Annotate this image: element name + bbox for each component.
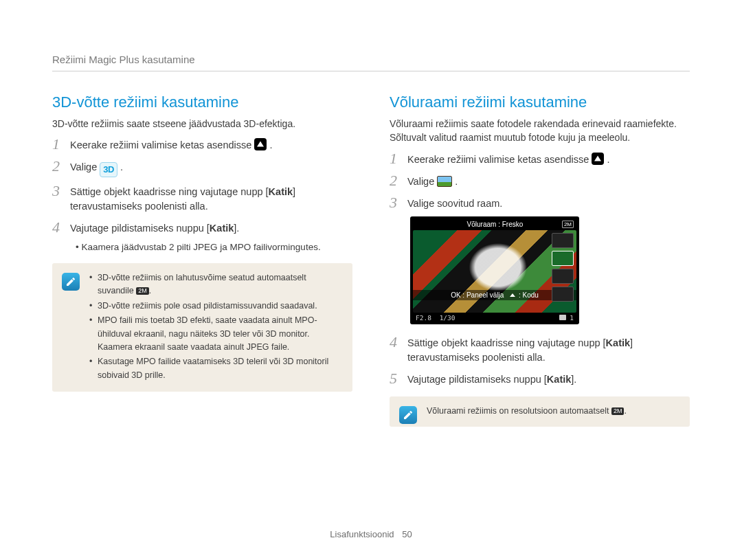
left-steps: 1 Keerake režiimi valimise ketas asendis…: [52, 136, 352, 236]
step-number: 1: [390, 150, 401, 167]
r-step4-a: Sättige objekt kaadrisse ning vajutage n…: [407, 337, 606, 348]
right-title: Võluraami režiimi kasutamine: [390, 93, 690, 111]
camera-thumb-active: [552, 251, 574, 266]
note-icon: [62, 273, 80, 291]
step-text: Valige 3D .: [70, 158, 123, 177]
left-intro: 3D-võtte režiimis saate stseene jäädvust…: [52, 117, 352, 131]
mode-dial-icon: [254, 138, 267, 150]
step-5: 5 Vajutage pildistamiseks nuppu [Katik].: [390, 370, 690, 387]
step4-bold: Katik: [210, 223, 234, 234]
note1-a: 3D-võtte režiimis on lahutusvõime seatud…: [98, 273, 306, 295]
right-intro: Võluraami režiimis saate fotodele rakend…: [390, 117, 690, 145]
note-item-1: 3D-võtte režiimis on lahutusvõime seatud…: [89, 271, 341, 298]
resolution-badge: 2M: [136, 287, 149, 295]
r-step2-b: .: [455, 176, 458, 187]
step-text: Sättige objekt kaadrisse ning vajutage n…: [70, 183, 352, 214]
page: Režiimi Magic Plus kasutamine 3D-võtte r…: [0, 0, 742, 427]
note1-b: .: [149, 286, 151, 295]
step4-text-b: ].: [234, 223, 239, 234]
r-step4-bold: Katik: [606, 337, 630, 348]
mode-dial-icon: [592, 153, 604, 165]
right-column: Võluraami režiimi kasutamine Võluraami r…: [390, 93, 690, 427]
rnote-b: .: [624, 406, 626, 416]
step-number: 2: [390, 172, 401, 189]
right-steps: 1 Keerake režiimi valimise ketas asendis…: [390, 150, 690, 212]
step-number: 1: [52, 136, 63, 153]
right-steps-2: 4 Sättige objekt kaadrisse ning vajutage…: [390, 334, 690, 387]
step2-text-a: Valige: [70, 161, 97, 172]
step-1: 1 Keerake režiimi valimise ketas asendis…: [52, 136, 352, 153]
step-number: 4: [390, 334, 401, 350]
camera-burst-icon: [559, 315, 566, 320]
footer-section: Lisafunktsioonid: [330, 529, 394, 539]
step-text: Vajutage pildistamiseks nuppu [Katik].: [70, 219, 239, 236]
camera-shutter: 1/30: [440, 314, 456, 322]
step-3: 3 Sättige objekt kaadrisse ning vajutage…: [52, 183, 352, 214]
camera-thumb: [552, 269, 574, 284]
camera-topbar: Võluraam : Fresko 2M: [413, 219, 576, 230]
r-step1-b: .: [607, 154, 609, 165]
left-sub-bullet: Kaamera jäädvustab 2 pilti JPEG ja MPO f…: [52, 240, 352, 254]
right-note-box: Võluraami režiimis on resolutsioon autom…: [390, 396, 690, 426]
pencil-icon: [65, 276, 76, 287]
r-step5-a: Vajutage pildistamiseks nuppu [: [407, 374, 547, 385]
r-step5-bold: Katik: [547, 374, 571, 385]
camera-status-home: : Kodu: [519, 291, 539, 299]
right-note-text: Võluraami režiimis on resolutsioon autom…: [427, 405, 679, 418]
step1-text-a: Keerake režiimi valimise ketas asendisse: [70, 139, 251, 150]
three-d-icon: 3D: [100, 162, 117, 177]
step4-text-a: Vajutage pildistamiseks nuppu [: [70, 223, 210, 234]
step-number: 3: [52, 183, 63, 199]
camera-status-ok: OK : Paneel välja: [451, 291, 504, 299]
camera-res-badge: 2M: [562, 221, 574, 228]
step-text: Keerake režiimi valimise ketas asendisse…: [407, 150, 609, 167]
resolution-badge: 2M: [611, 407, 625, 415]
step2-text-b: .: [120, 161, 123, 172]
step-text: Vajutage pildistamiseks nuppu [Katik].: [407, 370, 576, 387]
page-footer: Lisafunktsioonid 50: [0, 529, 742, 539]
step-number: 3: [390, 194, 401, 211]
step-4: 4 Sättige objekt kaadrisse ning vajutage…: [390, 334, 690, 365]
step3-bold: Katik: [269, 186, 293, 197]
left-note-box: 3D-võtte režiimis on lahutusvõime seatud…: [52, 263, 352, 392]
step3-text-a: Sättige objekt kaadrisse ning vajutage n…: [70, 186, 269, 197]
r-step5-b: ].: [571, 374, 576, 385]
step-text: Sättige objekt kaadrisse ning vajutage n…: [407, 334, 690, 365]
note-item-3: MPO faili mis toetab 3D efekti, saate va…: [89, 314, 341, 354]
left-column: 3D-võtte režiimi kasutamine 3D-võtte rež…: [52, 93, 352, 427]
step-text: Valige soovitud raam.: [407, 194, 502, 211]
breadcrumb: Režiimi Magic Plus kasutamine: [52, 54, 690, 71]
step-number: 4: [52, 219, 63, 236]
r-step2-a: Valige: [407, 176, 434, 187]
step-text: Keerake režiimi valimise ketas asendisse…: [70, 136, 272, 153]
step-2: 2 Valige 3D .: [52, 158, 352, 177]
home-icon: [510, 293, 515, 297]
pencil-icon: [403, 410, 414, 421]
camera-preview: Võluraam : Fresko 2M OK : Paneel välja :…: [410, 216, 579, 324]
camera-thumb: [552, 287, 574, 302]
left-title: 3D-võtte režiimi kasutamine: [52, 93, 352, 111]
note-icon: [399, 406, 417, 424]
camera-title: Võluraam : Fresko: [428, 221, 562, 228]
step-number: 5: [390, 370, 401, 387]
step-1: 1 Keerake režiimi valimise ketas asendis…: [390, 150, 690, 167]
content-columns: 3D-võtte režiimi kasutamine 3D-võtte rež…: [52, 93, 690, 427]
rnote-a: Võluraami režiimis on resolutsioon autom…: [427, 406, 611, 416]
step-text: Valige .: [407, 172, 458, 189]
magic-frame-icon: [437, 176, 452, 187]
camera-bottombar: F2.8 1/30 1: [413, 313, 576, 322]
footer-page-number: 50: [402, 529, 412, 539]
camera-thumb: [552, 233, 574, 248]
step1-text-b: .: [269, 139, 272, 150]
camera-count: 1: [570, 314, 574, 322]
camera-aperture: F2.8: [416, 314, 431, 322]
step-3: 3 Valige soovitud raam.: [390, 194, 690, 211]
step-number: 2: [52, 158, 63, 175]
note-item-2: 3D-võtte režiimis pole osad pildistamiss…: [89, 300, 341, 313]
step-4: 4 Vajutage pildistamiseks nuppu [Katik].: [52, 219, 352, 236]
r-step1-a: Keerake režiimi valimise ketas asendisse: [407, 154, 589, 165]
camera-thumbs: [552, 233, 576, 302]
step-2: 2 Valige .: [390, 172, 690, 189]
note-item-4: Kasutage MPO failide vaatamiseks 3D tele…: [89, 355, 341, 382]
